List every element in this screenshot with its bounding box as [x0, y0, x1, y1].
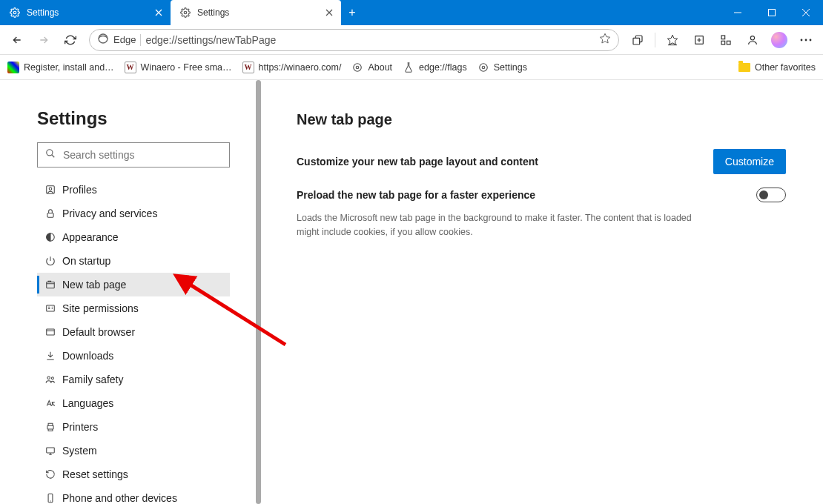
svg-point-21: [49, 188, 52, 190]
sidebar-item-label: Languages: [62, 397, 113, 409]
sidebar-item-permissions[interactable]: Site permissions: [37, 296, 230, 320]
svg-point-13: [805, 39, 807, 41]
edge-logo-icon: [97, 33, 109, 47]
profile-button[interactable]: [740, 27, 765, 53]
newtab-icon: [44, 279, 56, 291]
sidebar-item-phone[interactable]: Phone and other devices: [37, 486, 230, 504]
url-input[interactable]: [145, 34, 595, 46]
gear-icon: [179, 7, 191, 19]
browser-tab-inactive[interactable]: Settings: [0, 0, 171, 25]
sidebar-item-browser[interactable]: Default browser: [37, 320, 230, 344]
browser-icon: [44, 326, 56, 338]
sidebar-item-lock[interactable]: Privacy and services: [37, 202, 230, 225]
sidebar-item-label: Profiles: [62, 184, 97, 196]
sidebar-item-reset[interactable]: Reset settings: [37, 462, 230, 486]
maximize-button[interactable]: [755, 0, 789, 25]
forward-button[interactable]: [31, 27, 56, 53]
sidebar-item-label: System: [62, 445, 97, 457]
svg-point-28: [51, 377, 53, 379]
svg-rect-5: [633, 38, 640, 44]
sidebar-item-language[interactable]: Languages: [37, 391, 230, 415]
sidebar-item-power[interactable]: On startup: [37, 249, 230, 273]
bookmark-item[interactable]: edge://flags: [403, 62, 467, 73]
sidebar-item-appearance[interactable]: Appearance: [37, 225, 230, 249]
svg-rect-30: [47, 448, 55, 453]
other-favorites[interactable]: Other favorites: [738, 62, 816, 73]
minimize-button[interactable]: [721, 0, 755, 25]
svg-marker-6: [667, 35, 677, 44]
bookmark-item[interactable]: Whttps://winaero.com/: [242, 62, 342, 73]
svg-point-14: [810, 39, 812, 41]
address-bar[interactable]: Edge: [89, 29, 619, 51]
browser-tab-active[interactable]: Settings: [171, 0, 341, 25]
power-icon: [44, 255, 56, 267]
new-tab-button[interactable]: +: [341, 0, 363, 25]
phone-icon: [44, 492, 56, 504]
sidebar-item-label: On startup: [62, 255, 110, 267]
sidebar-item-label: New tab page: [62, 279, 126, 291]
settings-sidebar: Settings ProfilesPrivacy and servicesApp…: [0, 80, 263, 504]
divider: [655, 33, 655, 47]
divider: [140, 34, 141, 46]
tab-close-icon[interactable]: [323, 7, 335, 19]
preload-row-label: Preload the new tab page for a faster ex…: [297, 189, 756, 201]
page-heading: New tab page: [297, 111, 786, 128]
favicon: [7, 62, 19, 73]
sidebar-item-newtab[interactable]: New tab page: [37, 273, 230, 296]
sidebar-item-label: Appearance: [62, 231, 119, 243]
sidebar-item-system[interactable]: System: [37, 439, 230, 462]
svg-point-18: [479, 63, 487, 71]
bookmark-item[interactable]: About: [351, 62, 392, 73]
preload-toggle[interactable]: [756, 188, 786, 202]
avatar[interactable]: [767, 27, 792, 53]
sidebar-item-printer[interactable]: Printers: [37, 415, 230, 439]
collections-button[interactable]: [687, 27, 712, 53]
svg-point-16: [354, 63, 362, 71]
sidebar-item-label: Family safety: [62, 374, 123, 385]
search-settings-box[interactable]: [37, 142, 230, 168]
customize-row-label: Customize your new tab page layout and c…: [297, 156, 713, 168]
svg-rect-20: [47, 186, 55, 194]
svg-rect-26: [47, 329, 55, 335]
bookmark-item[interactable]: Settings: [477, 62, 527, 73]
share-button[interactable]: [625, 27, 650, 53]
back-button[interactable]: [4, 27, 30, 53]
svg-point-11: [750, 36, 754, 39]
sidebar-item-profile[interactable]: Profiles: [37, 178, 230, 202]
svg-point-19: [47, 150, 53, 156]
svg-rect-9: [727, 41, 730, 44]
favorite-star-icon[interactable]: [599, 33, 611, 47]
settings-main: New tab page Customize your new tab page…: [263, 80, 823, 504]
customize-button[interactable]: Customize: [713, 149, 786, 174]
reset-icon: [44, 468, 56, 480]
svg-rect-22: [47, 213, 53, 217]
browser-toolbar: Edge: [0, 25, 823, 55]
refresh-button[interactable]: [58, 27, 83, 53]
close-window-button[interactable]: [789, 0, 823, 25]
bookmarks-bar: Register, install and… WWinaero - Free s…: [0, 55, 823, 80]
bookmark-item[interactable]: Register, install and…: [7, 62, 114, 73]
gear-icon: [477, 62, 489, 73]
svg-rect-2: [769, 10, 776, 16]
svg-rect-10: [721, 41, 725, 44]
svg-point-3: [99, 34, 108, 43]
tab-title: Settings: [27, 7, 147, 18]
preload-description: Loads the Microsoft new tab page in the …: [297, 211, 712, 239]
bookmark-item[interactable]: WWinaero - Free sma…: [125, 62, 232, 73]
tab-title: Settings: [197, 7, 317, 18]
svg-point-17: [482, 66, 485, 69]
svg-point-1: [184, 11, 187, 14]
favorites-button[interactable]: [660, 27, 685, 53]
settings-nav: ProfilesPrivacy and servicesAppearanceOn…: [37, 178, 230, 504]
search-input[interactable]: [63, 149, 222, 161]
svg-rect-8: [721, 36, 725, 39]
sidebar-item-family[interactable]: Family safety: [37, 368, 230, 391]
more-menu-button[interactable]: [793, 27, 819, 53]
sidebar-scrollbar[interactable]: [256, 80, 261, 504]
extensions-button[interactable]: [713, 27, 738, 53]
sidebar-item-label: Site permissions: [62, 302, 139, 314]
gear-icon: [351, 62, 363, 73]
tab-close-icon[interactable]: [153, 7, 165, 19]
sidebar-item-download[interactable]: Downloads: [37, 344, 230, 368]
svg-rect-24: [47, 282, 55, 288]
